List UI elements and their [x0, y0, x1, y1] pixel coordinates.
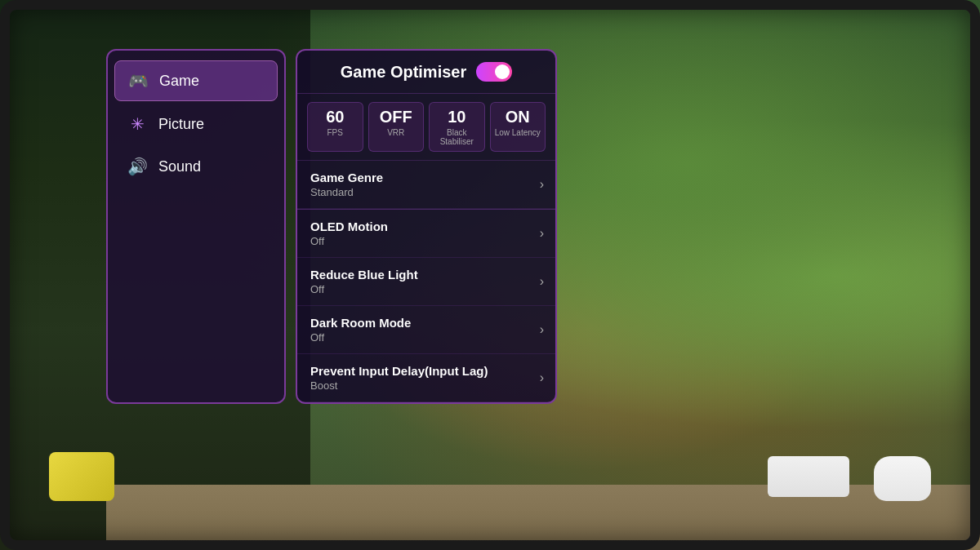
stat-vrr-value: OFF: [372, 108, 421, 126]
reduce-blue-light-value: Off: [310, 283, 542, 295]
prevent-input-delay-arrow: ›: [540, 370, 544, 385]
reduce-blue-light-title: Reduce Blue Light: [310, 268, 542, 282]
dark-room-mode-value: Off: [310, 331, 542, 344]
yellow-pillow: [49, 452, 114, 501]
toggle-knob: [495, 64, 510, 79]
tv-container: 🎮 Game ✳ Picture 🔊 Sound Game Optimiser: [0, 0, 980, 550]
reduce-blue-light-arrow: ›: [540, 274, 544, 289]
menu-item-oled-motion[interactable]: OLED Motion Off ›: [297, 210, 555, 258]
menu-item-game-genre[interactable]: Game Genre Standard ›: [297, 161, 555, 209]
xbox-controller: [874, 456, 931, 501]
stat-vrr: OFF VRR: [368, 102, 425, 152]
stat-bs-value: 10: [433, 108, 481, 126]
oled-motion-value: Off: [310, 235, 542, 247]
nav-item-sound[interactable]: 🔊 Sound: [114, 147, 278, 186]
sound-icon: 🔊: [126, 155, 149, 178]
ui-overlay: 🎮 Game ✳ Picture 🔊 Sound Game Optimiser: [106, 49, 557, 404]
tv-screen: 🎮 Game ✳ Picture 🔊 Sound Game Optimiser: [0, 0, 980, 550]
picture-icon: ✳: [126, 113, 149, 135]
game-icon: 🎮: [127, 69, 149, 92]
nav-panel: 🎮 Game ✳ Picture 🔊 Sound: [106, 49, 286, 404]
stat-black-stabiliser: 10 Black Stabiliser: [429, 102, 485, 152]
nav-item-game[interactable]: 🎮 Game: [114, 60, 278, 101]
prevent-input-delay-title: Prevent Input Delay(Input Lag): [310, 364, 542, 378]
panel-header: Game Optimiser: [297, 51, 555, 94]
stat-bs-label: Black Stabiliser: [433, 128, 481, 146]
game-genre-value: Standard: [310, 186, 542, 198]
menu-item-dark-room-mode[interactable]: Dark Room Mode Off ›: [297, 306, 555, 354]
menu-item-prevent-input-delay[interactable]: Prevent Input Delay(Input Lag) Boost ›: [297, 354, 555, 402]
main-panel: Game Optimiser 60 FPS OFF VRR: [296, 49, 557, 404]
stats-row: 60 FPS OFF VRR 10 Black Stabiliser ON Lo…: [297, 94, 555, 161]
nav-sound-label: Sound: [158, 158, 201, 175]
panel-title: Game Optimiser: [341, 63, 467, 82]
game-genre-arrow: ›: [540, 177, 544, 192]
stat-fps: 60 FPS: [307, 102, 363, 152]
stat-fps-value: 60: [311, 108, 359, 126]
game-genre-title: Game Genre: [310, 171, 542, 184]
nav-game-label: Game: [159, 73, 199, 90]
menu-item-reduce-blue-light[interactable]: Reduce Blue Light Off ›: [297, 258, 555, 306]
nav-item-picture[interactable]: ✳ Picture: [114, 104, 278, 144]
stat-fps-label: FPS: [311, 128, 359, 137]
stat-low-latency: ON Low Latency: [490, 102, 546, 152]
nav-picture-label: Picture: [158, 116, 204, 133]
dark-room-mode-arrow: ›: [540, 322, 544, 337]
stat-vrr-label: VRR: [372, 128, 421, 137]
stat-ll-label: Low Latency: [494, 128, 542, 137]
menu-list: Game Genre Standard › OLED Motion Off › …: [297, 161, 555, 402]
stat-ll-value: ON: [494, 108, 542, 126]
oled-motion-title: OLED Motion: [310, 220, 542, 233]
dark-room-mode-title: Dark Room Mode: [310, 316, 542, 330]
prevent-input-delay-value: Boost: [310, 379, 542, 392]
xbox-console: [768, 456, 849, 497]
room-bottom-surface: [106, 485, 980, 550]
oled-motion-arrow: ›: [540, 226, 544, 241]
optimiser-toggle[interactable]: [476, 62, 512, 82]
